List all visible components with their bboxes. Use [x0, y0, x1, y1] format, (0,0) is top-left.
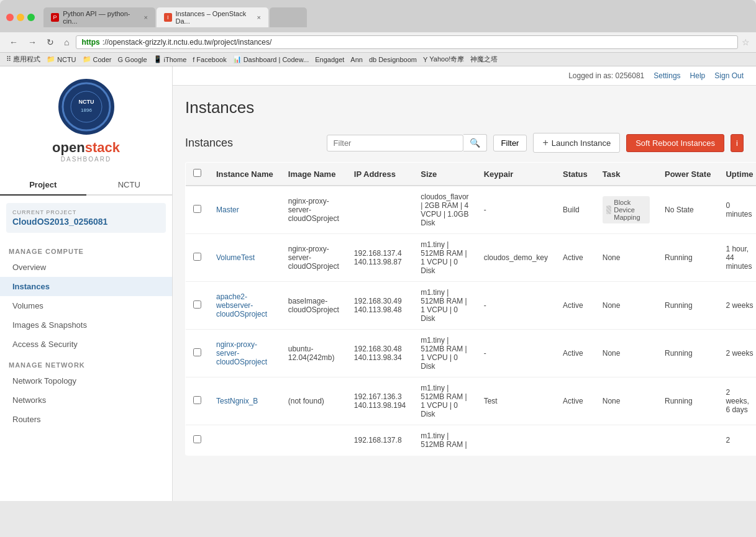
row-select-checkbox[interactable] [193, 348, 201, 356]
address-bar[interactable]: https ://openstack-grizzly.it.nctu.edu.t… [76, 35, 738, 49]
browser-tab-2[interactable]: I Instances – OpenStack Da... × [157, 7, 268, 27]
bookmark-nctu[interactable]: 📁 NCTU [47, 55, 76, 63]
keypair-cell: - [476, 330, 555, 377]
bookmark-apps[interactable]: ⠿ 應用程式 [6, 55, 40, 64]
sidebar-item-networks[interactable]: Networks [0, 390, 172, 410]
sidebar-item-access-security[interactable]: Access & Security [0, 335, 172, 354]
sidebar-item-images-snapshots[interactable]: Images & Snapshots [0, 315, 172, 335]
help-link[interactable]: Help [690, 71, 706, 80]
bookmark-google[interactable]: G Google [118, 56, 147, 63]
browser-titlebar: P Python API — python-cin... × I Instanc… [0, 5, 756, 32]
keypair-cell [476, 425, 555, 456]
header-size: Size [413, 163, 476, 186]
home-button[interactable]: ⌂ [61, 36, 72, 48]
sidebar-item-network-topology[interactable]: Network Topology [0, 371, 172, 390]
row-select-checkbox[interactable] [193, 205, 201, 213]
browser-toolbar: ← → ↻ ⌂ https ://openstack-grizzly.it.nc… [0, 32, 756, 53]
row-select-checkbox[interactable] [193, 435, 201, 443]
signout-link[interactable]: Sign Out [714, 71, 744, 80]
power-state-cell: Running [657, 377, 718, 425]
browser-tab-1[interactable]: P Python API — python-cin... × [43, 7, 155, 27]
instance-name-link[interactable]: Master [216, 205, 239, 214]
status-cell [555, 425, 595, 456]
minimize-dot[interactable] [17, 14, 24, 21]
sidebar-item-overview[interactable]: Overview [0, 258, 172, 277]
row-checkbox[interactable] [186, 282, 209, 330]
bookmark-facebook[interactable]: f Facebook [193, 56, 226, 63]
tab-label-1: Python API — python-cin... [63, 10, 140, 25]
bookmark-ann[interactable]: Ann [350, 56, 363, 63]
row-select-checkbox[interactable] [193, 300, 201, 309]
row-checkbox[interactable] [186, 377, 209, 425]
table-row: Master nginx-proxy-server-cloudOSproject… [186, 186, 757, 234]
keypair-cell: cloudos_demo_key [476, 234, 555, 282]
row-checkbox[interactable] [186, 425, 209, 456]
reload-button[interactable]: ↻ [43, 36, 57, 48]
sidebar-tab-nctu[interactable]: NCTU [86, 175, 173, 196]
tab-close-1[interactable]: × [144, 14, 148, 21]
logged-in-label: Logged in as: 0256081 [568, 71, 644, 80]
settings-link[interactable]: Settings [654, 71, 680, 80]
tab-close-2[interactable]: × [257, 14, 261, 21]
keypair-cell: - [476, 282, 555, 330]
bookmark-yahoo[interactable]: Y Yahoo!奇摩 [423, 55, 464, 64]
bookmark-star[interactable]: ☆ [742, 37, 750, 47]
logo-subtitle: DASHBOARD [61, 156, 111, 163]
row-select-checkbox[interactable] [193, 253, 201, 261]
ip-address-cell: 192.168.137.4140.113.98.87 [347, 234, 413, 282]
instance-name-link[interactable]: apache2-webserver-cloudOSproject [216, 292, 267, 318]
bookmark-ithome[interactable]: 📱 iThome [153, 55, 187, 63]
maximize-dot[interactable] [27, 14, 35, 21]
filter-group: 🔍 [327, 134, 487, 151]
current-project-name[interactable]: CloudOS2013_0256081 [12, 217, 160, 227]
row-select-checkbox[interactable] [193, 396, 201, 404]
page-header: Instances [173, 86, 756, 124]
power-state-cell: Running [657, 234, 718, 282]
instance-name-link[interactable]: TestNgnix_B [216, 397, 258, 405]
tab-label-2: Instances – OpenStack Da... [176, 10, 253, 25]
instance-name-cell: VolumeTest [209, 234, 281, 282]
keypair-cell: - [476, 186, 555, 234]
size-cell: m1.tiny | 512MB RAM | 1 VCPU | 0 Disk [413, 330, 476, 377]
table-header-row: Instance Name Image Name IP Address Size… [186, 163, 757, 186]
close-dot[interactable] [6, 14, 14, 21]
sidebar-tab-project[interactable]: Project [0, 175, 86, 196]
sidebar-item-volumes[interactable]: Volumes [0, 296, 172, 315]
block-device-icon [606, 205, 612, 214]
row-checkbox[interactable] [186, 234, 209, 282]
bookmark-designboom[interactable]: db Designboom [369, 56, 417, 63]
bookmark-coder[interactable]: 📁 Coder [83, 55, 112, 63]
block-device-mapping: Block Device Mapping [603, 196, 650, 223]
uptime-cell: 2 [718, 425, 756, 456]
ip-address-cell [347, 186, 413, 234]
soft-reboot-button[interactable]: Soft Reboot Instances [626, 134, 724, 152]
header-uptime: Uptime [718, 163, 756, 186]
task-cell [595, 425, 657, 456]
row-checkbox[interactable] [186, 330, 209, 377]
instance-name-link[interactable]: VolumeTest [216, 253, 255, 262]
current-project-label: CURRENT PROJECT [12, 209, 160, 215]
manage-network-title: Manage Network [0, 354, 172, 371]
sidebar-item-routers[interactable]: Routers [0, 410, 172, 429]
uptime-cell: 2 weeks, 6 days [718, 377, 756, 425]
bookmark-dashboard[interactable]: 📊 Dashboard | Codew... [233, 55, 309, 63]
row-checkbox[interactable] [186, 186, 209, 234]
table-row: 192.168.137.8 m1.tiny | 512MB RAM | 2 [186, 425, 757, 456]
browser-tab-3[interactable] [270, 7, 307, 27]
forward-button[interactable]: → [25, 36, 40, 48]
filter-input[interactable] [327, 135, 463, 151]
search-button[interactable]: 🔍 [463, 134, 487, 151]
main-content: Logged in as: 0256081 Settings Help Sign… [173, 66, 756, 501]
back-button[interactable]: ← [6, 36, 21, 48]
bookmark-magic[interactable]: 神魔之塔 [470, 55, 498, 64]
instance-name-link[interactable]: nginx-proxy-server-cloudOSproject [216, 340, 267, 366]
task-cell: None [595, 282, 657, 330]
more-actions-button[interactable]: i [731, 134, 744, 152]
sidebar-item-instances[interactable]: Instances [0, 277, 172, 296]
top-bar: Logged in as: 0256081 Settings Help Sign… [173, 66, 756, 86]
select-all-checkbox[interactable] [193, 169, 201, 177]
header-checkbox[interactable] [186, 163, 209, 186]
launch-instance-button[interactable]: + Launch Instance [533, 133, 620, 153]
bookmark-engadget[interactable]: Engadget [315, 56, 344, 63]
filter-button[interactable]: Filter [493, 135, 527, 151]
